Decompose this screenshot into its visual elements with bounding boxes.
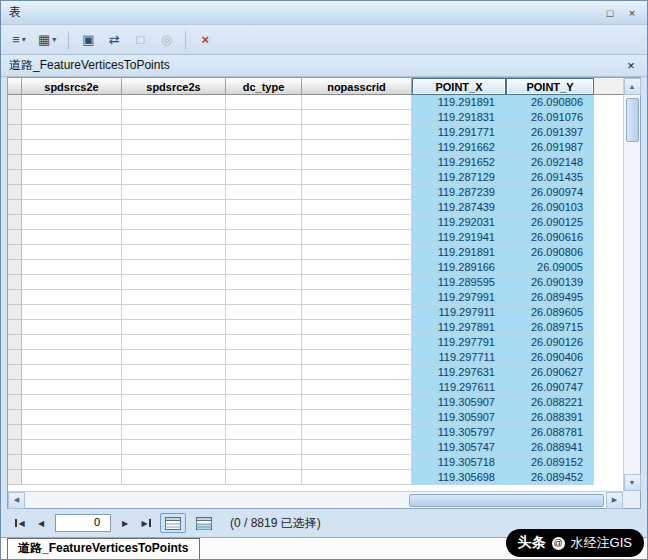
cell-spdsrcs2e[interactable] — [22, 455, 122, 470]
cell-point-y[interactable]: 26.088221 — [506, 395, 594, 410]
last-record-button[interactable]: ▶ — [137, 514, 155, 532]
row-selector[interactable] — [8, 425, 22, 440]
cell-spdsrcs2e[interactable] — [22, 125, 122, 140]
cell-dc_type[interactable] — [226, 110, 302, 125]
cell-point-y[interactable]: 26.090125 — [506, 215, 594, 230]
cell-point-y[interactable]: 26.090806 — [506, 95, 594, 110]
cell-nopasscrid[interactable] — [302, 200, 412, 215]
column-header-dc_type[interactable]: dc_type — [226, 78, 302, 95]
cell-point-y[interactable]: 26.090616 — [506, 230, 594, 245]
cell-nopasscrid[interactable] — [302, 260, 412, 275]
row-selector[interactable] — [8, 470, 22, 485]
row-selector[interactable] — [8, 185, 22, 200]
cell-spdsrce2s[interactable] — [122, 200, 226, 215]
cell-spdsrce2s[interactable] — [122, 290, 226, 305]
cell-dc_type[interactable] — [226, 350, 302, 365]
cell-spdsrce2s[interactable] — [122, 305, 226, 320]
cell-spdsrce2s[interactable] — [122, 215, 226, 230]
cell-point-x[interactable]: 119.305797 — [412, 425, 506, 440]
cell-spdsrcs2e[interactable] — [22, 320, 122, 335]
cell-point-x[interactable]: 119.291891 — [412, 95, 506, 110]
panel-close-icon[interactable]: × — [623, 58, 639, 73]
cell-spdsrce2s[interactable] — [122, 410, 226, 425]
previous-record-button[interactable]: ◀ — [32, 514, 50, 532]
cell-spdsrce2s[interactable] — [122, 365, 226, 380]
cell-spdsrcs2e[interactable] — [22, 275, 122, 290]
switch-selection-icon[interactable]: ⇄ — [104, 30, 124, 50]
cell-spdsrce2s[interactable] — [122, 95, 226, 110]
first-record-button[interactable]: ◀ — [11, 514, 29, 532]
cell-nopasscrid[interactable] — [302, 110, 412, 125]
cell-point-y[interactable]: 26.089452 — [506, 470, 594, 485]
cell-point-y[interactable]: 26.09005 — [506, 260, 594, 275]
cell-spdsrce2s[interactable] — [122, 425, 226, 440]
cell-dc_type[interactable] — [226, 470, 302, 485]
related-tables-icon[interactable]: ▦▾ — [35, 30, 59, 50]
delete-selected-icon[interactable]: × — [195, 30, 215, 50]
cell-point-x[interactable]: 119.297911 — [412, 305, 506, 320]
highlight-selected-icon[interactable]: ▣ — [78, 30, 98, 50]
cell-point-x[interactable]: 119.289166 — [412, 260, 506, 275]
restore-button[interactable]: □ — [601, 5, 619, 21]
cell-nopasscrid[interactable] — [302, 95, 412, 110]
cell-spdsrce2s[interactable] — [122, 440, 226, 455]
cell-spdsrcs2e[interactable] — [22, 290, 122, 305]
cell-spdsrcs2e[interactable] — [22, 350, 122, 365]
cell-point-x[interactable]: 119.297991 — [412, 290, 506, 305]
cell-spdsrce2s[interactable] — [122, 380, 226, 395]
cell-spdsrcs2e[interactable] — [22, 170, 122, 185]
cell-spdsrce2s[interactable] — [122, 230, 226, 245]
cell-dc_type[interactable] — [226, 320, 302, 335]
cell-dc_type[interactable] — [226, 185, 302, 200]
cell-spdsrce2s[interactable] — [122, 125, 226, 140]
cell-spdsrcs2e[interactable] — [22, 305, 122, 320]
column-header-point_x[interactable]: POINT_X — [412, 78, 506, 95]
cell-dc_type[interactable] — [226, 455, 302, 470]
row-selector[interactable] — [8, 260, 22, 275]
cell-point-y[interactable]: 26.088941 — [506, 440, 594, 455]
row-selector[interactable] — [8, 410, 22, 425]
cell-spdsrce2s[interactable] — [122, 110, 226, 125]
cell-point-x[interactable]: 119.305907 — [412, 410, 506, 425]
cell-point-y[interactable]: 26.089715 — [506, 320, 594, 335]
cell-dc_type[interactable] — [226, 95, 302, 110]
cell-spdsrcs2e[interactable] — [22, 185, 122, 200]
vertical-scroll-thumb[interactable] — [626, 98, 639, 142]
cell-point-x[interactable]: 119.297791 — [412, 335, 506, 350]
row-selector[interactable] — [8, 110, 22, 125]
cell-dc_type[interactable] — [226, 140, 302, 155]
cell-point-y[interactable]: 26.091987 — [506, 140, 594, 155]
cell-point-x[interactable]: 119.297611 — [412, 380, 506, 395]
row-selector[interactable] — [8, 380, 22, 395]
cell-spdsrcs2e[interactable] — [22, 245, 122, 260]
cell-spdsrcs2e[interactable] — [22, 200, 122, 215]
row-selector[interactable] — [8, 365, 22, 380]
table-tab[interactable]: 道路_FeatureVerticesToPoints — [7, 538, 200, 560]
cell-point-x[interactable]: 119.291831 — [412, 110, 506, 125]
cell-spdsrce2s[interactable] — [122, 185, 226, 200]
row-selector[interactable] — [8, 455, 22, 470]
cell-dc_type[interactable] — [226, 290, 302, 305]
cell-spdsrcs2e[interactable] — [22, 410, 122, 425]
cell-point-x[interactable]: 119.292031 — [412, 215, 506, 230]
scroll-up-icon[interactable]: ▲ — [624, 78, 641, 95]
cell-nopasscrid[interactable] — [302, 275, 412, 290]
show-selected-records-button[interactable] — [191, 513, 217, 533]
column-header-spdsrcs2e[interactable]: spdsrcs2e — [22, 78, 122, 95]
row-selector[interactable] — [8, 215, 22, 230]
next-record-button[interactable]: ▶ — [116, 514, 134, 532]
cell-point-x[interactable]: 119.291891 — [412, 245, 506, 260]
cell-dc_type[interactable] — [226, 245, 302, 260]
cell-point-y[interactable]: 26.089152 — [506, 455, 594, 470]
cell-spdsrce2s[interactable] — [122, 245, 226, 260]
cell-nopasscrid[interactable] — [302, 335, 412, 350]
cell-nopasscrid[interactable] — [302, 155, 412, 170]
cell-point-y[interactable]: 26.090627 — [506, 365, 594, 380]
cell-nopasscrid[interactable] — [302, 305, 412, 320]
cell-nopasscrid[interactable] — [302, 230, 412, 245]
row-selector[interactable] — [8, 95, 22, 110]
cell-nopasscrid[interactable] — [302, 410, 412, 425]
row-selector[interactable] — [8, 245, 22, 260]
cell-dc_type[interactable] — [226, 155, 302, 170]
column-header-point_y[interactable]: POINT_Y — [506, 78, 594, 95]
